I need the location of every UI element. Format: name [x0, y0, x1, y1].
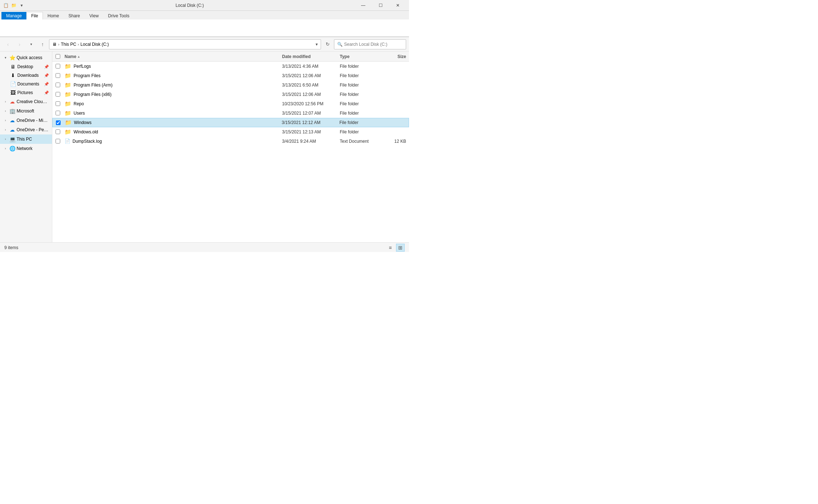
- row-date-modified: 10/23/2020 12:56 PM: [279, 101, 337, 106]
- expand-microsoft-icon: ›: [3, 109, 8, 114]
- clipboard-icon: 📋: [3, 3, 9, 8]
- dropdown-history-button[interactable]: ▾: [26, 39, 36, 49]
- header-type[interactable]: Type: [337, 54, 380, 59]
- row-checkbox[interactable]: [56, 92, 60, 97]
- breadcrumb-local-disk[interactable]: Local Disk (C:): [80, 42, 109, 47]
- file-name: PerfLogs: [74, 64, 91, 69]
- row-type: File folder: [337, 64, 380, 69]
- row-checkbox[interactable]: [56, 139, 60, 143]
- sidebar-item-network[interactable]: › 🌐 Network: [0, 144, 52, 153]
- row-checkbox[interactable]: [56, 111, 60, 115]
- ribbon: Manage File Home Share View Drive Tools: [0, 11, 409, 37]
- large-icons-view-button[interactable]: ⊞: [396, 244, 405, 252]
- row-check[interactable]: [52, 129, 63, 134]
- sidebar-item-pictures[interactable]: 🖼 Pictures 📌: [0, 88, 52, 97]
- title-bar: 📋 📁 ▾ Local Disk (C:) — ☐ ✕: [0, 0, 409, 11]
- file-name: Users: [74, 111, 85, 116]
- row-check[interactable]: [52, 139, 63, 143]
- sidebar-label-desktop: Desktop: [17, 64, 33, 69]
- table-row[interactable]: 📁 Windows 3/15/2021 12:12 AM File folder: [52, 118, 409, 127]
- row-check[interactable]: [52, 111, 63, 115]
- folder-icon: 📁: [65, 72, 71, 79]
- row-name: 📁 Repo: [63, 101, 279, 107]
- row-name: 📄 DumpStack.log: [63, 138, 279, 144]
- sidebar-label-creative-cloud: Creative Cloud Files: [17, 99, 49, 104]
- details-view-button[interactable]: ≡: [386, 244, 395, 252]
- tab-drive-tools[interactable]: Drive Tools: [104, 12, 134, 19]
- sidebar-item-this-pc[interactable]: › 💻 This PC: [0, 134, 52, 144]
- tab-manage[interactable]: Manage: [1, 12, 26, 19]
- header-size[interactable]: Size: [380, 54, 409, 59]
- row-check[interactable]: [52, 101, 63, 106]
- search-icon: 🔍: [337, 42, 343, 47]
- forward-button[interactable]: ›: [14, 39, 25, 49]
- sidebar-item-downloads[interactable]: ⬇ Downloads 📌: [0, 71, 52, 80]
- row-check[interactable]: [53, 120, 63, 125]
- row-checkbox[interactable]: [56, 129, 60, 134]
- folder-icon: 📁: [65, 82, 71, 88]
- sidebar-item-microsoft[interactable]: › 🏢 Microsoft: [0, 106, 52, 116]
- expand-odp-icon: ›: [3, 127, 8, 132]
- row-checkbox[interactable]: [56, 101, 60, 106]
- onedrive-personal-icon: ☁: [9, 127, 15, 133]
- sidebar-item-desktop[interactable]: 🖥 Desktop 📌: [0, 62, 52, 71]
- pin-icon-2: 📌: [44, 73, 49, 78]
- table-row[interactable]: 📄 DumpStack.log 3/4/2021 9:24 AM Text Do…: [52, 137, 409, 146]
- folder-icon: 📁: [65, 129, 71, 135]
- row-check[interactable]: [52, 83, 63, 87]
- row-checkbox[interactable]: [56, 83, 60, 87]
- back-button[interactable]: ‹: [3, 39, 13, 49]
- row-check[interactable]: [52, 64, 63, 68]
- header-name[interactable]: Name ▲: [63, 54, 279, 59]
- row-checkbox[interactable]: [56, 120, 61, 125]
- table-row[interactable]: 📁 Program Files (x86) 3/15/2021 12:06 AM…: [52, 90, 409, 99]
- sidebar-item-onedrive-personal[interactable]: › ☁ OneDrive - Personal: [0, 125, 52, 134]
- table-row[interactable]: 📁 Windows.old 3/15/2021 12:13 AM File fo…: [52, 127, 409, 137]
- table-row[interactable]: 📁 Program Files (Arm) 3/13/2021 6:50 AM …: [52, 80, 409, 90]
- header-check[interactable]: [52, 54, 63, 59]
- minimize-button[interactable]: —: [355, 0, 371, 11]
- tab-share[interactable]: Share: [64, 12, 85, 19]
- table-row[interactable]: 📁 PerfLogs 3/13/2021 4:36 AM File folder: [52, 62, 409, 71]
- close-button[interactable]: ✕: [390, 0, 406, 11]
- table-row[interactable]: 📁 Program Files 3/15/2021 12:06 AM File …: [52, 71, 409, 80]
- breadcrumb-dropdown[interactable]: ▾: [316, 42, 318, 47]
- row-name: 📁 Program Files (Arm): [63, 82, 279, 88]
- window-controls: — ☐ ✕: [355, 0, 406, 11]
- row-check[interactable]: [52, 73, 63, 78]
- downloads-icon: ⬇: [10, 72, 16, 78]
- breadcrumb-this-pc[interactable]: This PC: [61, 42, 76, 47]
- row-date-modified: 3/15/2021 12:12 AM: [279, 120, 337, 125]
- sidebar-item-creative-cloud[interactable]: › ☁ Creative Cloud Files: [0, 97, 52, 106]
- up-button[interactable]: ↑: [38, 39, 48, 49]
- refresh-button[interactable]: ↻: [322, 39, 333, 49]
- row-name: 📁 Program Files (x86): [63, 91, 279, 98]
- row-checkbox[interactable]: [56, 73, 60, 78]
- sidebar-label-microsoft: Microsoft: [17, 109, 34, 114]
- search-input[interactable]: [344, 42, 403, 47]
- file-name: Program Files (Arm): [74, 83, 113, 88]
- table-row[interactable]: 📁 Users 3/15/2021 12:07 AM File folder: [52, 109, 409, 118]
- sidebar-item-onedrive-microsoft[interactable]: › ☁ OneDrive - Microsoft: [0, 116, 52, 125]
- tab-file[interactable]: File: [26, 12, 43, 19]
- search-box[interactable]: 🔍: [334, 39, 406, 49]
- tab-home[interactable]: Home: [43, 12, 64, 19]
- computer-icon: 🖥: [52, 42, 57, 47]
- sidebar-item-documents[interactable]: 📄 Documents 📌: [0, 80, 52, 88]
- sidebar-label-downloads: Downloads: [17, 73, 39, 78]
- maximize-button[interactable]: ☐: [372, 0, 389, 11]
- select-all-checkbox[interactable]: [56, 54, 60, 59]
- expand-thispc-icon: ›: [3, 137, 8, 142]
- creative-cloud-icon: ☁: [9, 99, 15, 105]
- item-count: 9 items: [4, 245, 18, 250]
- row-check[interactable]: [52, 92, 63, 97]
- row-checkbox[interactable]: [56, 64, 60, 68]
- table-row[interactable]: 📁 Repo 10/23/2020 12:56 PM File folder: [52, 99, 409, 109]
- sidebar-item-quick-access[interactable]: ▾ ⭐ Quick access: [0, 53, 52, 62]
- address-box[interactable]: 🖥 › This PC › Local Disk (C:) ▾: [49, 39, 321, 49]
- file-name: Windows.old: [74, 129, 98, 134]
- header-date-modified[interactable]: Date modified: [279, 54, 337, 59]
- tab-view[interactable]: View: [85, 12, 104, 19]
- sort-indicator: ▲: [77, 55, 80, 58]
- sidebar-label-network: Network: [17, 146, 32, 151]
